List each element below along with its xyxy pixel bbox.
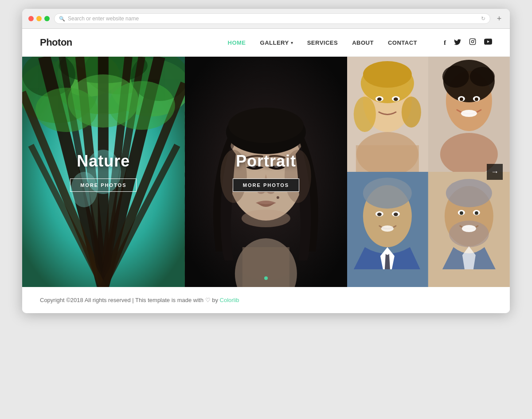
address-bar[interactable]: 🔍 Search or enter website name ↻ [54, 13, 490, 24]
portrait-panel-overlay: Portrait MORE PHOTOS [185, 57, 348, 287]
new-tab-button[interactable]: + [495, 14, 504, 23]
social-links: f [444, 38, 492, 47]
svg-point-76 [381, 225, 394, 232]
footer-text: Copyright ©2018 All rights reserved | Th… [40, 297, 220, 303]
search-icon: 🔍 [59, 16, 65, 22]
address-text: Search or enter website name [68, 16, 139, 22]
svg-point-84 [475, 211, 478, 215]
nav-home[interactable]: HOME [228, 39, 246, 46]
minimize-button[interactable] [36, 16, 42, 21]
svg-rect-0 [469, 39, 475, 44]
nature-panel-overlay: Nature MORE PHOTOS [22, 57, 185, 287]
chevron-down-icon: ▾ [291, 40, 293, 45]
close-button[interactable] [28, 16, 34, 21]
svg-point-63 [461, 110, 477, 117]
instagram-icon[interactable] [469, 38, 476, 47]
svg-point-49 [363, 61, 412, 88]
nature-title: Nature [77, 152, 130, 171]
dot-1[interactable] [264, 276, 268, 280]
site-content: Photon HOME GALLERY ▾ SERVICES ABoUT CON… [22, 29, 510, 313]
gallery-panel-portrait[interactable]: Portrait MORE PHOTOS [185, 57, 348, 287]
portrait-title: Portrait [236, 152, 296, 171]
nav-gallery[interactable]: GALLERY [260, 39, 289, 46]
gallery-panel-nature[interactable]: Nature MORE PHOTOS [22, 57, 185, 287]
svg-point-61 [442, 66, 469, 88]
refresh-icon[interactable]: ↻ [481, 16, 485, 22]
nav-services[interactable]: SERVICES [307, 39, 338, 46]
twitter-icon[interactable] [454, 39, 461, 47]
next-arrow-button[interactable]: → [487, 164, 503, 180]
svg-point-83 [460, 211, 463, 215]
portrait-more-photos-button[interactable]: MORE PHOTOS [233, 178, 299, 192]
svg-point-66 [460, 97, 463, 101]
nav-about[interactable]: ABoUT [352, 39, 374, 46]
nav-contact[interactable]: CONTACT [388, 39, 417, 46]
svg-point-54 [377, 97, 382, 101]
brand-logo[interactable]: Photon [40, 37, 72, 48]
gallery-grid: Nature MORE PHOTOS [22, 57, 510, 287]
svg-point-2 [474, 39, 475, 40]
svg-point-50 [354, 97, 376, 132]
facebook-icon[interactable]: f [444, 39, 446, 47]
site-footer: Copyright ©2018 All rights reserved | Th… [22, 287, 510, 313]
gallery-panel-people[interactable]: → [347, 57, 510, 287]
svg-point-62 [470, 67, 495, 86]
svg-point-79 [446, 179, 492, 207]
navbar: Photon HOME GALLERY ▾ SERVICES ABoUT CON… [22, 29, 510, 57]
nav-links: HOME GALLERY ▾ SERVICES ABoUT CONTACT [228, 39, 417, 47]
browser-window: 🔍 Search or enter website name ↻ + Photo… [22, 9, 510, 313]
footer-link[interactable]: Colorlib [220, 297, 239, 303]
svg-rect-57 [356, 145, 419, 172]
svg-point-71 [363, 178, 412, 209]
nature-more-photos-button[interactable]: MORE PHOTOS [70, 178, 137, 192]
traffic-lights [28, 16, 50, 21]
svg-point-75 [394, 213, 398, 216]
svg-point-67 [475, 97, 478, 101]
maximize-button[interactable] [44, 16, 50, 21]
svg-point-51 [402, 97, 421, 128]
svg-point-85 [462, 225, 476, 232]
svg-point-80 [449, 221, 489, 247]
svg-point-74 [377, 213, 382, 216]
browser-chrome: 🔍 Search or enter website name ↻ + [22, 9, 510, 29]
svg-point-55 [394, 97, 398, 101]
carousel-dots [264, 276, 268, 280]
svg-point-1 [471, 40, 473, 43]
youtube-icon[interactable] [484, 39, 492, 47]
